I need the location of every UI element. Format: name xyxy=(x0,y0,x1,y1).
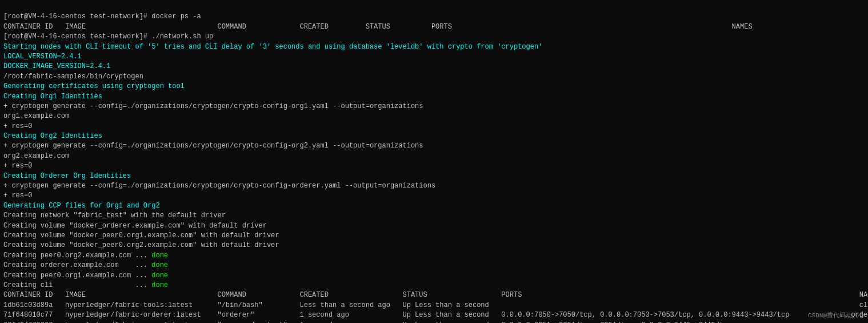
terminal-text: Creating Org2 Identities xyxy=(3,132,102,140)
terminal-line: Generating certificates using cryptogen … xyxy=(3,82,865,91)
terminal-line: 09fd64f76603 hyperledger/fabric-peer:lat… xyxy=(3,321,865,324)
terminal-line: + res=0 xyxy=(3,161,865,171)
terminal-line: + res=0 xyxy=(3,191,865,201)
terminal-text: + cryptogen generate --config=./organiza… xyxy=(3,182,435,190)
terminal-text: DOCKER_IMAGE_VERSION=2.4.1 xyxy=(3,62,110,70)
terminal-text: + res=0 xyxy=(3,162,32,170)
terminal-line: [root@VM-4-16-centos test-network]# dock… xyxy=(3,12,865,22)
terminal-line: CONTAINER ID IMAGE COMMAND CREATED STATU… xyxy=(3,290,865,300)
terminal-text: Creating network "fabric_test" with the … xyxy=(3,212,226,220)
terminal-line: DOCKER_IMAGE_VERSION=2.4.1 xyxy=(3,62,865,71)
terminal-line: Creating peer0.org2.example.com ... done xyxy=(3,251,865,261)
terminal-text: Creating Org1 Identities xyxy=(3,93,102,101)
terminal-text: Creating volume "docker_peer0.org2.examp… xyxy=(3,241,279,249)
terminal-line: Generating CCP files for Org1 and Org2 xyxy=(3,201,865,211)
terminal-text: Creating volume "docker_peer0.org1.examp… xyxy=(3,232,279,240)
terminal-text: [root@VM-4-16-centos test-network]# dock… xyxy=(3,13,201,21)
terminal-text: done xyxy=(151,281,168,289)
terminal-text: + res=0 xyxy=(3,122,32,130)
terminal-line: + cryptogen generate --config=./organiza… xyxy=(3,181,865,191)
terminal-text: Creating peer0.org2.example.com ... xyxy=(3,252,151,260)
terminal-text: done xyxy=(151,272,168,280)
terminal-text: 71f648010c77 hyperledger/fabric-orderer:… xyxy=(3,311,868,319)
watermark: CSDN@擅代码动人心 xyxy=(808,311,865,320)
terminal-line: + cryptogen generate --config=./organiza… xyxy=(3,141,865,151)
terminal-text: + res=0 xyxy=(3,192,32,200)
terminal-line: org1.example.com xyxy=(3,111,865,121)
terminal-text: Creating cli ... xyxy=(3,281,151,289)
terminal-text: org1.example.com xyxy=(3,112,69,120)
terminal-text: LOCAL_VERSION=2.4.1 xyxy=(3,53,82,61)
terminal-line: /root/fabric-samples/bin/cryptogen xyxy=(3,72,865,82)
terminal-line: Creating volume "docker_peer0.org1.examp… xyxy=(3,231,865,241)
terminal-text: Starting nodes with CLI timeout of '5' t… xyxy=(3,43,542,51)
terminal-line: Creating Orderer Org Identities xyxy=(3,172,865,181)
terminal-text: 09fd64f76603 hyperledger/fabric-peer:lat… xyxy=(3,321,868,324)
terminal-text: org2.example.com xyxy=(3,152,69,160)
terminal-line: [root@VM-4-16-centos test-network]# ./ne… xyxy=(3,32,865,42)
terminal-line: org2.example.com xyxy=(3,151,865,161)
terminal-text: Creating peer0.org1.example.com ... xyxy=(3,272,151,280)
terminal-text: + cryptogen generate --config=./organiza… xyxy=(3,102,423,110)
terminal-text: CONTAINER ID IMAGE COMMAND CREATED STATU… xyxy=(3,23,753,31)
terminal-text: Creating volume "docker_orderer.example.… xyxy=(3,222,267,230)
terminal-text: done xyxy=(151,252,168,260)
terminal-line: 1db61c03d89a hyperledger/fabric-tools:la… xyxy=(3,301,865,310)
terminal-text: Generating CCP files for Org1 and Org2 xyxy=(3,202,160,210)
terminal-text: Generating certificates using cryptogen … xyxy=(3,82,185,90)
terminal-text: CONTAINER ID IMAGE COMMAND CREATED STATU… xyxy=(3,291,868,299)
terminal-text: Creating Orderer Org Identities xyxy=(3,172,131,180)
terminal-line: Creating network "fabric_test" with the … xyxy=(3,211,865,221)
terminal-line: Creating cli ... done xyxy=(3,281,865,290)
terminal-line: Starting nodes with CLI timeout of '5' t… xyxy=(3,42,865,52)
terminal-line: CONTAINER ID IMAGE COMMAND CREATED STATU… xyxy=(3,22,865,32)
terminal-text: [root@VM-4-16-centos test-network]# ./ne… xyxy=(3,33,213,41)
terminal-line: + res=0 xyxy=(3,122,865,131)
terminal-line: Creating Org1 Identities xyxy=(3,92,865,102)
terminal-line: Creating volume "docker_peer0.org2.examp… xyxy=(3,241,865,250)
terminal-text: done xyxy=(151,261,168,269)
terminal-text: /root/fabric-samples/bin/cryptogen xyxy=(3,73,143,81)
terminal-text: + cryptogen generate --config=./organiza… xyxy=(3,142,423,150)
terminal-line: 71f648010c77 hyperledger/fabric-orderer:… xyxy=(3,310,865,320)
terminal-line: Creating orderer.example.com ... done xyxy=(3,261,865,270)
terminal-line: Creating volume "docker_orderer.example.… xyxy=(3,221,865,231)
terminal-line: LOCAL_VERSION=2.4.1 xyxy=(3,52,865,62)
terminal-window: [root@VM-4-16-centos test-network]# dock… xyxy=(0,0,868,323)
terminal-line: Creating peer0.org1.example.com ... done xyxy=(3,271,865,281)
terminal-text: 1db61c03d89a hyperledger/fabric-tools:la… xyxy=(3,301,868,309)
terminal-text: Creating orderer.example.com ... xyxy=(3,261,151,269)
terminal-line: + cryptogen generate --config=./organiza… xyxy=(3,102,865,111)
terminal-line: Creating Org2 Identities xyxy=(3,131,865,141)
